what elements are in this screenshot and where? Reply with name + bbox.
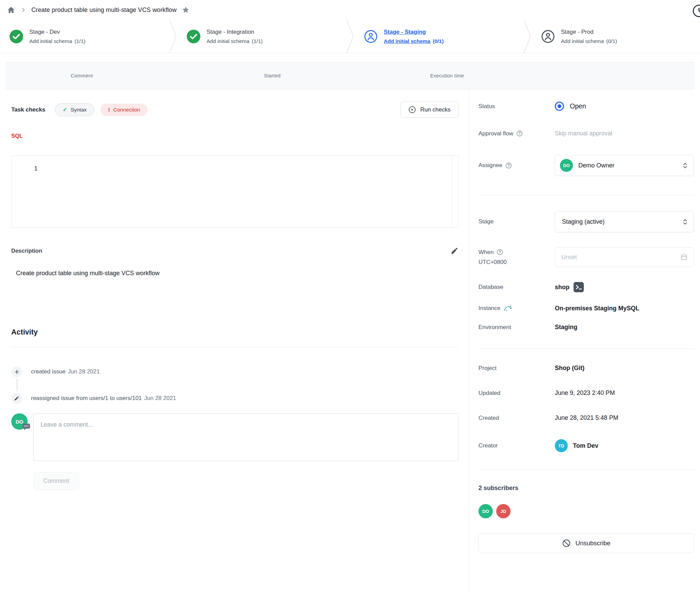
home-icon[interactable]	[7, 6, 15, 14]
sql-line-number: 1	[34, 165, 37, 172]
status-open-radio[interactable]	[555, 102, 564, 111]
column-header-comment: Comment	[5, 73, 158, 78]
mysql-dolphin-icon	[503, 305, 513, 312]
sql-editor[interactable]: 1	[11, 156, 458, 228]
database-label: Database	[478, 284, 555, 291]
syntax-check-label: Syntax	[71, 107, 87, 113]
help-circle-icon[interactable]	[497, 249, 503, 255]
unsubscribe-button[interactable]: Unsubscribe	[478, 533, 694, 553]
stage-name: Stage - Dev	[29, 29, 86, 35]
when-datetime-input[interactable]	[555, 247, 694, 267]
edit-description-pencil-icon[interactable]	[451, 247, 458, 255]
pencil-icon	[11, 393, 22, 404]
avatar: DO	[560, 159, 573, 172]
activity-divider	[11, 347, 458, 347]
stage-item-prod[interactable]: Stage - Prod Add initial schema(0/1)	[532, 20, 700, 53]
avatar: TD	[555, 439, 568, 452]
comment-submit-button[interactable]: Comment	[33, 472, 79, 490]
speech-bubble-badge-icon	[22, 423, 30, 431]
current-user-avatar: DO	[11, 413, 28, 430]
created-value: June 28, 2021 5:48 PM	[555, 414, 697, 421]
database-row: Database shop	[478, 282, 697, 292]
instance-value: On-premises Staging MySQL	[555, 305, 697, 312]
chevron-right-icon	[20, 7, 26, 13]
approval-flow-value: Skip manual approval	[555, 130, 697, 137]
activity-event-reassigned: reassigned issue from users/1 to users/1…	[11, 393, 458, 404]
environment-row: Environment Staging	[478, 324, 697, 331]
column-header-started: Started	[158, 73, 386, 78]
stage-task: Add initial schema	[561, 38, 604, 44]
creator-label: Creator	[478, 442, 555, 449]
when-row: When UTC+0800	[478, 247, 697, 267]
stage-item-integration[interactable]: Stage - Integration Add initial schema(1…	[177, 20, 346, 53]
timeline-connector	[17, 379, 17, 391]
connection-check-badge[interactable]: ! Connection	[101, 104, 148, 116]
chevron-up-down-icon	[682, 162, 688, 169]
ban-icon	[562, 539, 571, 548]
task-run-table-header: Comment Started Execution time	[5, 62, 695, 89]
column-header-execution-time: Execution time	[386, 73, 508, 78]
calendar-icon[interactable]	[680, 253, 688, 261]
stage-separator-chevron	[523, 20, 532, 53]
stage-label: Stage	[478, 218, 555, 225]
issue-main-panel: Task checks ✓ Syntax ! Connection Run ch…	[0, 89, 469, 592]
connection-check-label: Connection	[113, 107, 140, 113]
person-circle-icon	[541, 30, 555, 43]
assignee-label: Assignee	[478, 162, 502, 169]
stage-name: Stage - Prod	[561, 29, 617, 35]
stage-task-count: (0/1)	[433, 38, 444, 44]
updated-value: June 9, 2023 2:40 PM	[555, 389, 697, 397]
project-value: Shop (Git)	[555, 365, 697, 372]
page-title: Create product table using multi-stage V…	[31, 6, 177, 14]
avatar: JD	[496, 504, 511, 518]
project-row: Project Shop (Git)	[478, 365, 697, 372]
stage-item-dev[interactable]: Stage - Dev Add initial schema(1/1)	[0, 20, 168, 53]
avatar: DO	[478, 504, 493, 518]
status-value: Open	[570, 102, 586, 110]
person-circle-icon	[364, 30, 378, 43]
subscribers-avatar-list: DO JD	[478, 504, 697, 518]
run-checks-button[interactable]: Run checks	[400, 102, 458, 118]
stage-task-count: (0/1)	[606, 38, 617, 44]
stage-name: Stage - Staging	[384, 29, 444, 35]
sql-editor-gutter	[452, 156, 452, 227]
task-checks-label: Task checks	[11, 106, 45, 113]
star-icon[interactable]	[182, 6, 190, 14]
stage-name: Stage - Integration	[207, 29, 263, 35]
stage-item-staging[interactable]: Stage - Staging Add initial schema(0/1)	[354, 20, 523, 53]
exclamation-icon: !	[108, 107, 110, 113]
stage-select[interactable]: Staging (active)	[555, 211, 694, 232]
creator-value: Tom Dev	[573, 442, 598, 449]
project-label: Project	[478, 365, 555, 372]
database-link[interactable]: shop	[555, 282, 697, 292]
help-circle-icon[interactable]	[516, 130, 523, 137]
plus-icon	[11, 366, 22, 377]
history-clock-icon[interactable]	[692, 4, 700, 18]
description-text: Create product table using multi-stage V…	[11, 270, 458, 277]
approval-flow-row: Approval flow Skip manual approval	[478, 130, 697, 137]
stage-task: Add initial schema	[29, 38, 72, 44]
stage-value: Staging (active)	[562, 218, 605, 225]
sql-console-icon[interactable]	[574, 282, 584, 292]
activity-timeline: created issueJun 28 2021 reassigned issu…	[11, 366, 458, 404]
when-timezone: UTC+0800	[478, 259, 507, 266]
subscribers-heading: 2 subscribers	[478, 485, 697, 492]
comment-input[interactable]	[33, 413, 458, 461]
event-text: created issue	[31, 368, 65, 375]
comment-composer: DO	[11, 413, 458, 461]
created-label: Created	[478, 415, 555, 421]
syntax-check-badge[interactable]: ✓ Syntax	[55, 103, 94, 116]
activity-event-created: created issueJun 28 2021	[11, 366, 458, 377]
help-circle-icon[interactable]	[505, 162, 512, 169]
instance-row: Instance On-premises Staging MySQL	[478, 305, 697, 312]
stage-task: Add initial schema	[384, 38, 430, 44]
status-row: Status Open	[478, 102, 697, 111]
chevron-up-down-icon	[682, 218, 688, 226]
stage-separator-chevron	[168, 20, 177, 53]
run-checks-label: Run checks	[420, 106, 451, 113]
issue-sidebar: Status Open Approval flow Skip manual ap…	[469, 89, 700, 592]
assignee-select[interactable]: DO Demo Owner	[555, 155, 694, 176]
environment-label: Environment	[478, 324, 555, 331]
sql-section-label: SQL	[11, 133, 458, 139]
check-circle-icon	[187, 30, 200, 43]
